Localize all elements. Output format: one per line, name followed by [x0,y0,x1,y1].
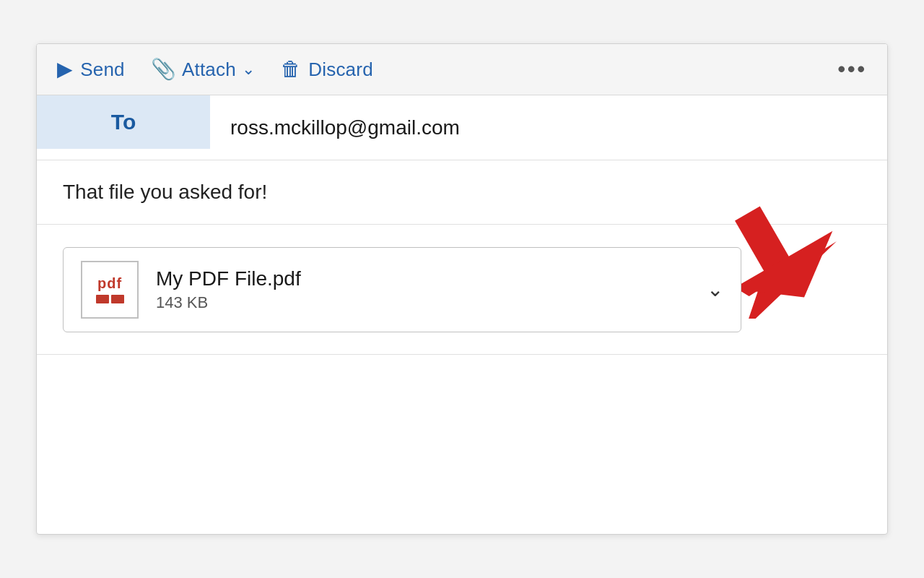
attachment-info: My PDF File.pdf 143 KB [156,267,695,312]
subject-row[interactable]: That file you asked for! [37,160,887,225]
email-body-area[interactable] [37,355,887,456]
svg-marker-2 [733,231,855,319]
subject-text: That file you asked for! [63,181,267,204]
discard-button[interactable]: 🗑 Discard [281,59,373,81]
attach-chevron-icon: ⌄ [242,60,255,79]
attach-label: Attach [182,59,236,81]
pdf-text-label: pdf [97,275,122,292]
attachment-size: 143 KB [156,293,695,312]
to-email-field[interactable]: ross.mckillop@gmail.com [210,102,887,154]
attachment-area: pdf My PDF File.pdf 143 KB ⌄ [37,225,887,355]
pdf-icon: pdf [81,261,139,319]
more-options-button[interactable]: ••• [837,57,867,82]
attachment-card[interactable]: pdf My PDF File.pdf 143 KB ⌄ [63,247,741,332]
send-icon: ▶ [57,59,73,79]
paperclip-icon: 📎 [151,59,176,79]
attach-button[interactable]: 📎 Attach ⌄ [151,59,255,81]
attachment-expand-icon[interactable]: ⌄ [707,277,723,301]
send-button[interactable]: ▶ Send [57,59,125,81]
discard-label: Discard [308,59,373,81]
compose-toolbar: ▶ Send 📎 Attach ⌄ 🗑 Discard ••• [37,44,887,95]
email-compose-window: ▶ Send 📎 Attach ⌄ 🗑 Discard ••• To ross.… [36,43,888,535]
pdf-icon-decoration [96,295,124,303]
attachment-name: My PDF File.pdf [156,267,695,290]
send-label: Send [80,59,125,81]
to-row: To ross.mckillop@gmail.com [37,95,887,160]
trash-icon: 🗑 [281,59,301,79]
to-label: To [37,95,210,149]
